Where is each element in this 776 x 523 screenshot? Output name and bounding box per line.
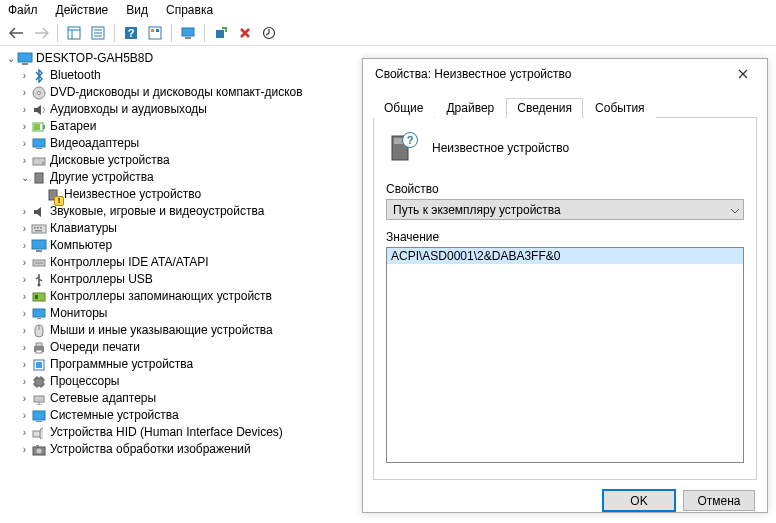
expander-icon[interactable]: › [18,424,31,441]
computer-icon [17,51,33,67]
dialog-title: Свойства: Неизвестное устройство [375,67,571,81]
menubar: Файл Действие Вид Справка [0,0,776,20]
ok-button[interactable]: OK [603,490,675,511]
tree-item-label: Неизвестное устройство [64,186,201,203]
computer-icon [31,238,47,254]
expander-icon[interactable]: › [18,237,31,254]
expander-icon[interactable]: ⌄ [18,169,31,186]
cancel-button[interactable]: Отмена [683,490,755,511]
tab-general[interactable]: Общие [373,98,434,118]
menu-help[interactable]: Справка [166,3,213,17]
expander-icon[interactable]: › [18,407,31,424]
tab-driver[interactable]: Драйвер [435,98,505,118]
storage-controller-icon [31,289,47,305]
svg-rect-17 [22,63,28,65]
expander-icon[interactable]: › [18,254,31,271]
svg-rect-23 [33,139,45,147]
imaging-icon [31,442,47,458]
property-selected-value: Путь к экземпляру устройства [393,203,561,217]
close-button[interactable] [729,65,757,83]
properties-button[interactable] [87,22,109,44]
svg-rect-22 [34,124,40,130]
expander-icon[interactable]: › [18,271,31,288]
expander-icon[interactable]: › [18,101,31,118]
toolbar-separator [57,24,58,42]
value-item[interactable]: ACPI\ASD0001\2&DABA3FF&0 [387,248,743,264]
back-button[interactable] [6,22,28,44]
tree-item-label: Bluetooth [50,67,101,84]
device-large-icon: ? [386,132,418,164]
uninstall-button[interactable] [234,22,256,44]
tree-item-label: Компьютер [50,237,112,254]
tab-events[interactable]: События [584,98,656,118]
sound-icon [31,204,47,220]
processor-icon [31,374,47,390]
help-button[interactable]: ? [120,22,142,44]
svg-rect-29 [32,225,46,233]
expander-icon[interactable]: › [18,441,31,458]
svg-rect-39 [33,293,45,301]
tree-item-label: Видеоадаптеры [50,135,139,152]
tab-details[interactable]: Сведения [506,98,583,118]
svg-rect-31 [37,227,39,229]
computer-icon-button[interactable] [177,22,199,44]
monitor-icon [31,306,47,322]
svg-rect-35 [36,250,42,252]
tree-item-label: Звуковые, игровые и видеоустройства [50,203,264,220]
expander-icon[interactable]: › [18,322,31,339]
svg-rect-48 [36,362,42,368]
tabs: Общие Драйвер Сведения События [373,97,757,118]
show-hide-tree-button[interactable] [63,22,85,44]
expander-icon[interactable]: › [18,356,31,373]
tree-item-label: Системные устройства [50,407,179,424]
tree-item-label: Контроллеры запоминающих устройств [50,288,272,305]
expander-icon[interactable]: › [18,305,31,322]
usb-icon [31,272,47,288]
svg-rect-10 [151,29,154,32]
menu-action[interactable]: Действие [56,3,109,17]
svg-rect-49 [35,378,43,386]
update-driver-button[interactable] [258,22,280,44]
tree-item-label: Дисковые устройства [50,152,170,169]
svg-rect-41 [33,309,45,317]
toolbar-separator [114,24,115,42]
property-label: Свойство [386,182,744,196]
expander-icon[interactable]: › [18,339,31,356]
svg-text:?: ? [128,27,135,39]
tree-item-label: Клавиатуры [50,220,117,237]
expander-icon[interactable]: ⌄ [4,50,17,67]
menu-file[interactable]: Файл [8,3,38,17]
expander-icon[interactable]: › [18,67,31,84]
tree-item-label: Мыши и иные указывающие устройства [50,322,273,339]
menu-view[interactable]: Вид [126,3,148,17]
tree-item-label: Контроллеры USB [50,271,153,288]
expander-icon[interactable]: › [18,135,31,152]
value-listbox[interactable]: ACPI\ASD0001\2&DABA3FF&0 [386,247,744,463]
toolbar-icon[interactable] [144,22,166,44]
expander-icon[interactable]: › [18,203,31,220]
expander-icon[interactable]: › [18,220,31,237]
expander-icon[interactable]: › [18,152,31,169]
device-header: ? Неизвестное устройство [386,132,744,164]
forward-button[interactable] [30,22,52,44]
svg-rect-33 [35,230,42,232]
expander-icon[interactable]: › [18,118,31,135]
svg-rect-32 [40,227,42,229]
chevron-down-icon [731,203,739,217]
expander-icon[interactable]: › [18,288,31,305]
scan-hardware-button[interactable] [210,22,232,44]
dialog-buttons: OK Отмена [363,480,767,521]
toolbar-separator [171,24,172,42]
property-dropdown[interactable]: Путь к экземпляру устройства [386,199,744,220]
svg-rect-61 [33,411,45,420]
tree-item-label: Очереди печати [50,339,140,356]
tree-root-label: DESKTOP-GAH5B8D [36,50,153,67]
expander-icon[interactable]: › [18,84,31,101]
tree-item-label: Аудиовходы и аудиовыходы [50,101,207,118]
disk-icon [31,153,47,169]
system-device-icon [31,408,47,424]
other-devices-icon [31,170,47,186]
expander-icon[interactable]: › [18,390,31,407]
expander-icon[interactable]: › [18,373,31,390]
battery-icon [31,119,47,135]
